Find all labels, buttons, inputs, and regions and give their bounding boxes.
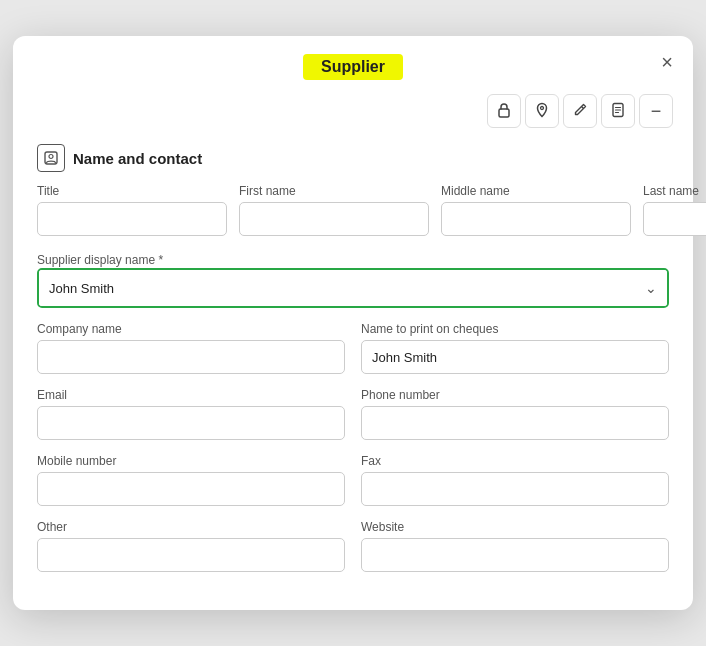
minus-icon: − [651, 102, 662, 120]
edit-button[interactable] [563, 94, 597, 128]
email-group: Email [37, 388, 345, 440]
email-phone-row: Email Phone number [37, 388, 669, 440]
last-name-input[interactable] [643, 202, 706, 236]
mobile-fax-row: Mobile number Fax [37, 454, 669, 506]
email-label: Email [37, 388, 345, 402]
contact-icon [37, 144, 65, 172]
last-name-label: Last name [643, 184, 706, 198]
company-cheques-row: Company name Name to print on cheques [37, 322, 669, 374]
edit-icon [572, 102, 588, 121]
display-name-input[interactable] [39, 270, 635, 306]
display-name-row: Supplier display name * ⌄ [37, 250, 669, 308]
section-title: Name and contact [73, 150, 202, 167]
last-name-group: Last name [643, 184, 706, 236]
display-name-chevron-button[interactable]: ⌄ [635, 270, 667, 306]
display-name-label: Supplier display name * [37, 253, 163, 267]
middle-name-label: Middle name [441, 184, 631, 198]
other-label: Other [37, 520, 345, 534]
mobile-group: Mobile number [37, 454, 345, 506]
first-name-group: First name [239, 184, 429, 236]
email-input[interactable] [37, 406, 345, 440]
chevron-down-icon: ⌄ [645, 280, 657, 296]
first-name-input[interactable] [239, 202, 429, 236]
section-header: Name and contact [13, 136, 693, 184]
display-name-wrapper: ⌄ [37, 268, 669, 308]
phone-input[interactable] [361, 406, 669, 440]
name-to-print-input[interactable] [361, 340, 669, 374]
lock-button[interactable] [487, 94, 521, 128]
website-input[interactable] [361, 538, 669, 572]
website-group: Website [361, 520, 669, 572]
lock-icon [496, 102, 512, 121]
svg-point-7 [49, 155, 53, 159]
name-to-print-label: Name to print on cheques [361, 322, 669, 336]
website-label: Website [361, 520, 669, 534]
svg-rect-0 [499, 109, 509, 117]
fax-group: Fax [361, 454, 669, 506]
form-body: Title First name Middle name Last name S… [13, 184, 693, 610]
minus-button[interactable]: − [639, 94, 673, 128]
other-website-row: Other Website [37, 520, 669, 572]
svg-point-1 [541, 106, 544, 109]
company-name-label: Company name [37, 322, 345, 336]
phone-label: Phone number [361, 388, 669, 402]
first-name-label: First name [239, 184, 429, 198]
middle-name-group: Middle name [441, 184, 631, 236]
location-button[interactable] [525, 94, 559, 128]
location-icon [534, 102, 550, 121]
phone-group: Phone number [361, 388, 669, 440]
company-name-input[interactable] [37, 340, 345, 374]
toolbar: − [13, 90, 693, 136]
close-button[interactable]: × [661, 52, 673, 72]
other-input[interactable] [37, 538, 345, 572]
name-fields-row: Title First name Middle name Last name S… [37, 184, 669, 236]
title-group: Title [37, 184, 227, 236]
name-to-print-group: Name to print on cheques [361, 322, 669, 374]
title-input[interactable] [37, 202, 227, 236]
fax-input[interactable] [361, 472, 669, 506]
other-group: Other [37, 520, 345, 572]
mobile-label: Mobile number [37, 454, 345, 468]
company-name-group: Company name [37, 322, 345, 374]
middle-name-input[interactable] [441, 202, 631, 236]
modal-title: Supplier [303, 54, 403, 80]
modal-header: Supplier × [13, 36, 693, 90]
supplier-modal: Supplier × [13, 36, 693, 610]
document-button[interactable] [601, 94, 635, 128]
title-label: Title [37, 184, 227, 198]
document-icon [610, 102, 626, 121]
fax-label: Fax [361, 454, 669, 468]
mobile-input[interactable] [37, 472, 345, 506]
